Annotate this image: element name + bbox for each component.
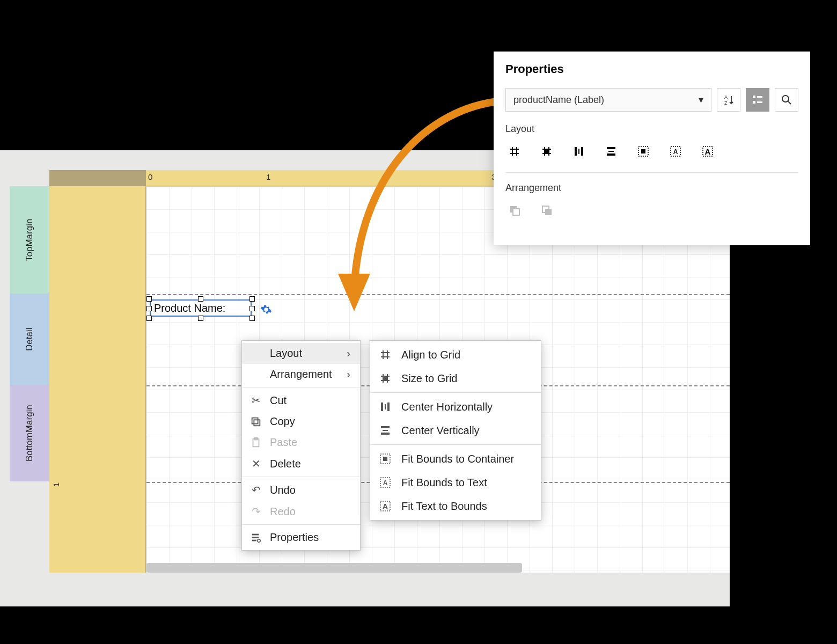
svg-text:A: A — [383, 479, 388, 487]
svg-rect-34 — [608, 151, 614, 152]
svg-point-7 — [258, 539, 261, 542]
svg-text:A: A — [705, 147, 711, 156]
layout-align-to-grid-button[interactable] — [505, 142, 524, 160]
vertical-ruler[interactable]: 1 — [49, 186, 146, 573]
svg-rect-30 — [581, 147, 583, 156]
submenu-size-to-grid[interactable]: Size to Grid — [370, 367, 541, 390]
layout-fit-to-text-button[interactable]: A — [666, 142, 685, 160]
svg-rect-25 — [757, 96, 762, 98]
arrangement-bring-to-front-button[interactable] — [538, 201, 556, 219]
svg-rect-9 — [381, 402, 383, 411]
menu-label: Redo — [270, 506, 296, 518]
svg-rect-13 — [381, 433, 390, 435]
align-grid-icon — [379, 348, 392, 361]
band-top-margin[interactable]: TopMargin — [10, 186, 49, 294]
menu-label: Delete — [270, 458, 301, 470]
submenu-arrow-icon: › — [347, 347, 350, 360]
menu-layout[interactable]: Layout › — [242, 343, 360, 364]
svg-rect-1 — [252, 418, 258, 423]
band-separator[interactable] — [146, 294, 730, 295]
resize-handle-sw[interactable] — [146, 316, 152, 321]
selected-label-element[interactable]: Product Name: — [150, 299, 252, 317]
resize-handle-n[interactable] — [198, 296, 203, 302]
submenu-arrow-icon: › — [347, 368, 350, 380]
menu-delete[interactable]: ✕ Delete — [242, 453, 360, 474]
menu-label: Layout — [270, 347, 302, 360]
search-button[interactable] — [775, 88, 798, 112]
menu-redo: ↷ Redo — [242, 501, 360, 522]
svg-rect-8 — [384, 377, 387, 380]
context-menu: Layout › Arrangement › ✂ Cut Copy Paste … — [241, 340, 361, 551]
v-ruler-tick: 1 — [52, 482, 61, 487]
svg-rect-28 — [545, 150, 548, 153]
menu-label: Properties — [270, 531, 319, 544]
layout-fit-text-to-bounds-button[interactable]: A — [699, 142, 717, 160]
svg-rect-24 — [753, 101, 755, 104]
layout-fit-container-button[interactable] — [634, 142, 652, 160]
dropdown-value: productName (Label) — [513, 94, 604, 106]
menu-separator — [242, 387, 360, 387]
svg-rect-4 — [252, 533, 259, 535]
svg-rect-10 — [387, 402, 390, 411]
element-selector-dropdown[interactable]: productName (Label) ▾ — [505, 88, 711, 112]
scissors-icon: ✂ — [249, 394, 262, 407]
h-ruler-tick-0: 0 — [148, 172, 152, 181]
menu-arrangement[interactable]: Arrangement › — [242, 364, 360, 385]
svg-rect-44 — [545, 209, 552, 215]
svg-rect-42 — [513, 209, 519, 215]
redo-icon: ↷ — [249, 505, 262, 518]
resize-handle-w[interactable] — [146, 306, 152, 311]
center-v-icon — [379, 424, 392, 437]
properties-icon — [249, 532, 262, 544]
submenu-center-vertically[interactable]: Center Vertically — [370, 419, 541, 442]
menu-label: Copy — [270, 415, 295, 428]
svg-rect-14 — [383, 430, 388, 431]
resize-handle-e[interactable] — [249, 306, 255, 311]
menu-label: Fit Bounds to Container — [401, 453, 514, 465]
svg-point-27 — [782, 96, 789, 102]
svg-text:Z: Z — [724, 100, 728, 106]
svg-rect-5 — [252, 537, 259, 538]
x-icon: ✕ — [249, 457, 262, 470]
menu-label: Arrangement — [270, 368, 332, 380]
resize-handle-ne[interactable] — [249, 296, 255, 302]
band-bottom-margin[interactable]: BottomMargin — [10, 385, 49, 481]
submenu-center-horizontally[interactable]: Center Horizontally — [370, 395, 541, 419]
menu-undo[interactable]: ↶ Undo — [242, 479, 360, 501]
svg-rect-23 — [753, 96, 755, 98]
horizontal-scrollbar[interactable] — [146, 563, 522, 573]
sort-button[interactable]: AZ — [717, 88, 740, 112]
submenu-fit-bounds-to-container[interactable]: Fit Bounds to Container — [370, 447, 541, 471]
band-detail[interactable]: Detail — [10, 294, 49, 385]
menu-label: Fit Bounds to Text — [401, 477, 487, 489]
resize-handle-nw[interactable] — [146, 296, 152, 302]
menu-properties[interactable]: Properties — [242, 527, 360, 548]
center-h-icon — [379, 400, 392, 413]
smart-tag-gear-icon[interactable] — [260, 304, 272, 318]
submenu-align-to-grid[interactable]: Align to Grid — [370, 343, 541, 367]
arrangement-send-to-back-button[interactable] — [505, 201, 524, 219]
band-labels: TopMargin Detail BottomMargin — [0, 186, 49, 573]
layout-center-h-button[interactable] — [570, 142, 588, 160]
size-grid-icon — [379, 372, 392, 385]
menu-separator — [242, 524, 360, 525]
resize-handle-s[interactable] — [198, 316, 203, 321]
chevron-down-icon: ▾ — [699, 94, 703, 106]
submenu-fit-text-to-bounds[interactable]: A Fit Text to Bounds — [370, 494, 541, 518]
menu-copy[interactable]: Copy — [242, 411, 360, 432]
layout-submenu: Align to Grid Size to Grid Center Horizo… — [370, 340, 541, 521]
menu-cut[interactable]: ✂ Cut — [242, 390, 360, 411]
undo-icon: ↶ — [249, 484, 262, 496]
svg-rect-26 — [757, 101, 762, 103]
submenu-fit-bounds-to-text[interactable]: A Fit Bounds to Text — [370, 471, 541, 494]
resize-handle-se[interactable] — [249, 316, 255, 321]
layout-center-v-button[interactable] — [602, 142, 620, 160]
svg-rect-32 — [607, 147, 615, 149]
ruler-corner — [49, 170, 146, 186]
layout-size-to-grid-button[interactable] — [538, 142, 556, 160]
svg-rect-12 — [381, 426, 390, 428]
categorized-button[interactable] — [746, 88, 769, 112]
svg-rect-36 — [641, 149, 645, 153]
menu-paste: Paste — [242, 432, 360, 453]
menu-label: Fit Text to Bounds — [401, 500, 487, 513]
